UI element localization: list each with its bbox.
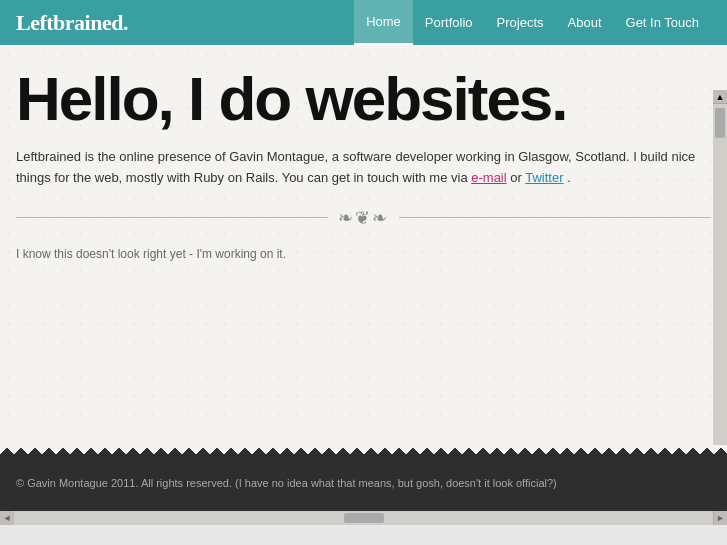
divider-right	[399, 217, 711, 218]
intro-or: or	[510, 170, 522, 185]
email-link[interactable]: e-mail	[471, 170, 506, 185]
intro-text: Leftbrained is the online presence of Ga…	[16, 147, 711, 189]
nav-item-about[interactable]: About	[556, 0, 614, 45]
nav-item-home[interactable]: Home	[354, 0, 413, 45]
scroll-right-button[interactable]: ►	[713, 511, 727, 525]
scrollbar-thumb[interactable]	[344, 513, 384, 523]
footer-text: © Gavin Montague 2011. All rights reserv…	[16, 477, 557, 489]
wip-note: I know this doesn't look right yet - I'm…	[16, 247, 711, 261]
divider-row: ❧❦❧	[16, 207, 711, 229]
scrollbar-track[interactable]	[14, 511, 713, 525]
scroll-up-button[interactable]: ▲	[713, 90, 727, 104]
site-logo[interactable]: Leftbrained.	[16, 10, 128, 36]
footer: © Gavin Montague 2011. All rights reserv…	[0, 445, 727, 511]
header: Leftbrained. Home Portfolio Projects Abo…	[0, 0, 727, 45]
intro-text-start: Leftbrained is the online presence of Ga…	[16, 149, 695, 185]
divider-ornament: ❧❦❧	[338, 207, 389, 229]
main-content: Hello, I do websites. Leftbrained is the…	[0, 45, 727, 445]
divider-left	[16, 217, 328, 218]
footer-content: © Gavin Montague 2011. All rights reserv…	[0, 461, 727, 511]
nav: Home Portfolio Projects About Get In Tou…	[354, 0, 711, 45]
scroll-left-button[interactable]: ◄	[0, 511, 14, 525]
scroll-thumb[interactable]	[715, 108, 725, 138]
hero-heading: Hello, I do websites.	[16, 65, 711, 133]
twitter-link[interactable]: Twitter	[525, 170, 563, 185]
nav-item-portfolio[interactable]: Portfolio	[413, 0, 485, 45]
horizontal-scrollbar: ◄ ►	[0, 511, 727, 525]
nav-item-projects[interactable]: Projects	[485, 0, 556, 45]
intro-end: .	[567, 170, 571, 185]
nav-item-get-in-touch[interactable]: Get In Touch	[614, 0, 711, 45]
right-scrollbar: ▲ ▼	[713, 90, 727, 490]
footer-zigzag	[0, 445, 727, 461]
